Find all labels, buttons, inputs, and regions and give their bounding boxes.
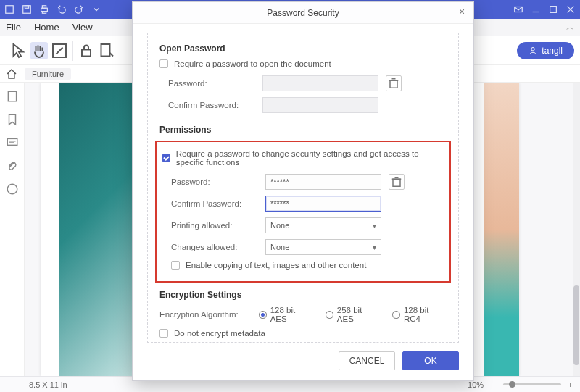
minimize-icon[interactable]: [531, 4, 541, 14]
svg-rect-12: [82, 49, 91, 56]
changes-allowed-label: Changes allowed:: [171, 243, 265, 251]
ok-button[interactable]: OK: [402, 351, 459, 370]
bookmarks-icon[interactable]: [6, 113, 19, 126]
menu-view[interactable]: View: [72, 22, 93, 33]
maximize-icon[interactable]: [548, 4, 558, 14]
user-name: tangll: [542, 46, 563, 56]
comments-icon[interactable]: [6, 136, 19, 149]
svg-rect-16: [7, 138, 17, 145]
require-open-password-checkbox[interactable]: [160, 59, 168, 68]
open-confirm-password-label: Confirm Password:: [168, 101, 262, 109]
select-tool-icon[interactable]: [10, 42, 28, 59]
permissions-section-title: Permissions: [160, 125, 447, 135]
perm-password-label: Password:: [171, 178, 265, 186]
do-not-encrypt-metadata-checkbox[interactable]: [160, 329, 168, 338]
rc4-radio[interactable]: [392, 311, 400, 319]
svg-rect-8: [550, 7, 557, 13]
mail-icon[interactable]: [513, 4, 523, 14]
printing-allowed-label: Printing allowed:: [171, 221, 265, 230]
left-rail: [0, 83, 25, 376]
aes128-label: 128 bit AES: [270, 306, 312, 323]
perm-password-clear-button[interactable]: [389, 174, 405, 190]
menubar-collapse-icon[interactable]: ︿: [566, 22, 574, 33]
close-icon[interactable]: [566, 4, 576, 14]
svg-rect-3: [41, 8, 48, 11]
svg-point-14: [531, 47, 535, 51]
require-permissions-password-checkbox[interactable]: [162, 154, 170, 162]
dialog-title-text: Password Security: [267, 8, 339, 18]
hand-tool-icon[interactable]: [30, 42, 48, 59]
changes-allowed-value: None: [270, 243, 289, 251]
dropdown-icon[interactable]: [91, 4, 102, 14]
zoom-value: 10%: [468, 380, 484, 389]
app-logo-icon: [4, 4, 14, 14]
changes-allowed-select[interactable]: None▾: [265, 239, 381, 255]
rc4-label: 128 bit RC4: [404, 306, 447, 323]
do-not-encrypt-metadata-label: Do not encrypt metadata: [174, 329, 265, 338]
dialog-close-button[interactable]: ×: [456, 7, 468, 18]
dialog-title: Password Security ×: [133, 2, 473, 24]
svg-point-19: [7, 184, 17, 194]
zoom-in-button[interactable]: +: [568, 380, 573, 389]
svg-rect-23: [393, 179, 400, 186]
svg-rect-0: [6, 6, 14, 14]
cancel-button[interactable]: CANCEL: [339, 351, 395, 370]
require-open-password-label: Require a password to open the document: [174, 59, 331, 68]
dialog-footer: CANCEL OK: [133, 349, 473, 380]
aes256-label: 256 bit AES: [337, 306, 379, 323]
chat-icon[interactable]: [6, 183, 19, 196]
enable-copying-checkbox[interactable]: [171, 261, 180, 270]
open-password-section-title: Open Password: [160, 43, 447, 54]
svg-rect-1: [23, 6, 31, 14]
attachments-icon[interactable]: [6, 159, 19, 172]
sign-icon[interactable]: [98, 42, 115, 59]
svg-rect-4: [42, 6, 46, 9]
scrollbar-track[interactable]: [573, 83, 580, 376]
zoom-slider[interactable]: [503, 383, 561, 385]
printing-allowed-select[interactable]: None▾: [265, 217, 381, 233]
open-confirm-password-input: [262, 97, 378, 113]
page-image-right: [484, 83, 519, 376]
breadcrumb-item[interactable]: Furniture: [25, 68, 71, 80]
redo-icon[interactable]: [74, 4, 84, 14]
print-icon[interactable]: [39, 4, 49, 14]
svg-rect-5: [42, 12, 46, 14]
aes128-radio[interactable]: [259, 311, 267, 319]
chevron-down-icon: ▾: [373, 222, 376, 230]
edit-tool-icon[interactable]: [51, 42, 68, 59]
require-permissions-password-label: Require a password to change security se…: [176, 149, 444, 167]
password-security-dialog: Password Security × Open Password Requir…: [132, 1, 474, 381]
aes256-radio[interactable]: [326, 311, 334, 319]
svg-rect-13: [102, 44, 110, 57]
printing-allowed-value: None: [270, 221, 289, 230]
encryption-algorithm-label: Encryption Algorithm:: [160, 310, 259, 319]
menu-file[interactable]: File: [6, 22, 21, 33]
lock-icon[interactable]: [78, 42, 95, 59]
chevron-down-icon: ▾: [373, 243, 376, 251]
save-icon[interactable]: [22, 4, 32, 14]
user-pill[interactable]: tangll: [517, 42, 574, 59]
thumbnails-icon[interactable]: [6, 90, 19, 103]
page-size-label: 8.5 X 11 in: [7, 380, 67, 389]
perm-confirm-password-input[interactable]: [265, 196, 381, 212]
home-icon[interactable]: [6, 68, 17, 80]
open-password-input: [262, 75, 378, 91]
perm-confirm-password-label: Confirm Password:: [171, 199, 265, 208]
svg-rect-15: [8, 91, 16, 101]
open-password-clear-button[interactable]: [386, 75, 402, 91]
zoom-out-button[interactable]: −: [491, 380, 495, 389]
scrollbar-thumb[interactable]: [573, 285, 579, 365]
permissions-highlight-box: Require a password to change security se…: [155, 141, 451, 283]
undo-icon[interactable]: [57, 4, 67, 14]
menu-home[interactable]: Home: [34, 22, 59, 33]
enable-copying-label: Enable copying of text, images and other…: [186, 261, 366, 270]
perm-password-input[interactable]: [265, 174, 381, 190]
svg-rect-20: [390, 80, 397, 88]
open-password-label: Password:: [168, 79, 262, 88]
svg-rect-2: [25, 6, 28, 9]
encryption-section-title: Encryption Settings: [160, 290, 447, 300]
